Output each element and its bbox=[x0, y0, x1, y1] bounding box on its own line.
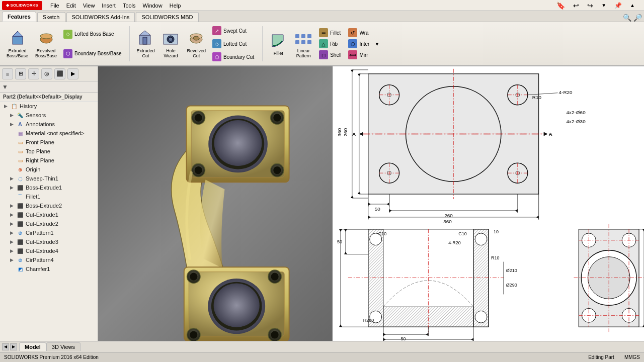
tool-btn-grid[interactable]: ⊞ bbox=[15, 68, 26, 79]
tree-item-cirpattern4[interactable]: ▶ ⊚ CirPattern4 bbox=[0, 255, 98, 264]
svg-text:50: 50 bbox=[401, 336, 406, 341]
tool-btn-color[interactable]: ⬛ bbox=[54, 68, 65, 79]
tab-features[interactable]: Features bbox=[2, 12, 36, 22]
btn-shell[interactable]: ◻ Shell bbox=[317, 50, 343, 60]
btn-lofted-boss[interactable]: ◇ Lofted Boss Base bbox=[61, 29, 123, 39]
btn-boundary-boss-label: Boundary Boss/Base bbox=[74, 51, 121, 56]
btn-hole-wizard[interactable]: HoleWizard bbox=[159, 28, 182, 60]
tree-item-fillet1[interactable]: ▶ ⌒ Fillet1 bbox=[0, 192, 98, 201]
btn-revolved-cut-label: RevolvedCut bbox=[187, 48, 206, 58]
label-cut-extrude1: Cut-Extrude1 bbox=[26, 212, 58, 218]
toolbar-icon3[interactable]: ↪ bbox=[584, 1, 596, 11]
expand-cut3[interactable]: ▶ bbox=[10, 239, 16, 244]
btn-hole-wizard-label: HoleWizard bbox=[164, 48, 178, 58]
svg-text:10: 10 bbox=[494, 229, 499, 234]
scroll-right-btn[interactable]: ▶ bbox=[10, 343, 17, 350]
label-right-plane: Right Plane bbox=[26, 157, 54, 163]
tree-item-cirpattern1[interactable]: ▶ ⊚ CirPattern1 bbox=[0, 228, 98, 237]
btn-draft[interactable]: △ Rib bbox=[317, 39, 343, 49]
btn-revolved-cut[interactable]: RevolvedCut bbox=[184, 28, 208, 60]
toolbar-icon1[interactable]: 🔖 bbox=[553, 1, 568, 11]
btn-fillet[interactable]: Fillet bbox=[267, 30, 290, 57]
btn-extruded-cut[interactable]: ExtrudedCut bbox=[134, 28, 157, 60]
scroll-left-btn[interactable]: ◀ bbox=[2, 343, 9, 350]
expand-boss1[interactable]: ▶ bbox=[10, 185, 16, 190]
search-icon[interactable]: 🔍 bbox=[623, 14, 631, 22]
menu-help[interactable]: Help bbox=[167, 2, 184, 10]
tree-item-cut-extrude3[interactable]: ▶ ⬛ Cut-Extrude3 bbox=[0, 237, 98, 246]
expand-annotations[interactable]: ▶ bbox=[10, 122, 16, 127]
tool-btn-tree[interactable]: ≡ bbox=[2, 68, 13, 79]
btn-wrap[interactable]: ↺ Wra bbox=[346, 28, 371, 38]
menu-tools[interactable]: Tools bbox=[120, 2, 139, 10]
search-icon2[interactable]: 🔎 bbox=[633, 14, 642, 22]
expand-cut1[interactable]: ▶ bbox=[10, 212, 16, 217]
menu-view[interactable]: View bbox=[80, 2, 98, 10]
menu-window[interactable]: Window bbox=[140, 2, 166, 10]
expand-history[interactable]: ▶ bbox=[4, 104, 10, 109]
btn-linear-pattern[interactable]: LinearPattern bbox=[292, 28, 315, 60]
expand-cir4[interactable]: ▶ bbox=[10, 257, 16, 262]
btn-extruded-boss[interactable]: ExtrudedBoss/Base bbox=[4, 28, 31, 60]
tree-item-boss-extrude1[interactable]: ▶ ⬛ Boss-Extrude1 bbox=[0, 183, 98, 192]
menu-edit[interactable]: Edit bbox=[63, 2, 79, 10]
svg-marker-74 bbox=[358, 74, 361, 76]
tree-item-right-plane[interactable]: ▶ ▭ Right Plane bbox=[0, 156, 98, 165]
tool-btn-play[interactable]: ▶ bbox=[67, 68, 78, 79]
tree-item-origin[interactable]: ▶ ⊕ Origin bbox=[0, 165, 98, 174]
btn-lofted-cut[interactable]: ◇ Lofted Cut bbox=[210, 39, 256, 49]
tab-mbd[interactable]: SOLIDWORKS MBD bbox=[136, 12, 198, 22]
expand-boss2[interactable]: ▶ bbox=[10, 203, 16, 208]
btn-boundary-cut[interactable]: ⬡ Boundary Cut bbox=[210, 52, 256, 62]
tree-item-cut-extrude4[interactable]: ▶ ⬛ Cut-Extrude4 bbox=[0, 246, 98, 255]
viewport[interactable] bbox=[98, 66, 332, 341]
tree-item-cut-extrude2[interactable]: ▶ ⬛ Cut-Extrude2 bbox=[0, 219, 98, 228]
svg-point-23 bbox=[214, 120, 262, 166]
btn-mirror[interactable]: ⟺ Mirr bbox=[346, 50, 371, 60]
expand-icon[interactable]: ▲ bbox=[627, 2, 638, 9]
expand-cut4[interactable]: ▶ bbox=[10, 248, 16, 253]
svg-marker-69 bbox=[359, 132, 363, 136]
tool-btn-add[interactable]: ✛ bbox=[28, 68, 39, 79]
tree-item-boss-extrude2[interactable]: ▶ ⬛ Boss-Extrude2 bbox=[0, 201, 98, 210]
tab-addins[interactable]: SOLIDWORKS Add-Ins bbox=[66, 12, 135, 22]
toolbar-icon2[interactable]: ↩ bbox=[570, 1, 582, 11]
expand-sensors[interactable]: ▶ bbox=[10, 113, 16, 118]
tree-item-annotations[interactable]: ▶ A Annotations bbox=[0, 120, 98, 129]
btn-boundary-boss[interactable]: ⬡ Boundary Boss/Base bbox=[61, 49, 123, 59]
expand-cir1[interactable]: ▶ bbox=[10, 230, 16, 235]
expand-sweep[interactable]: ▶ bbox=[10, 176, 16, 181]
tree-item-top-plane[interactable]: ▶ ▭ Top Plane bbox=[0, 147, 98, 156]
btn-revolved-boss[interactable]: RevolvedBoss/Base bbox=[33, 28, 59, 60]
pin-icon[interactable]: 📌 bbox=[611, 1, 625, 10]
svg-marker-130 bbox=[339, 229, 342, 232]
tree-item-cut-extrude1[interactable]: ▶ ⬛ Cut-Extrude1 bbox=[0, 210, 98, 219]
label-cut-extrude3: Cut-Extrude3 bbox=[26, 239, 58, 245]
icon-annotations: A bbox=[16, 120, 24, 128]
label-sweep-thin1: Sweep-Thin1 bbox=[26, 175, 58, 182]
btn-swept-cut[interactable]: ↗ Swept Cut bbox=[210, 26, 256, 36]
tree-item-material[interactable]: ▶ ▦ Material <not specified> bbox=[0, 129, 98, 138]
tool-btn-target[interactable]: ◎ bbox=[41, 68, 52, 79]
toolbar-icon4[interactable]: ▼ bbox=[598, 2, 609, 9]
menu-file[interactable]: File bbox=[47, 2, 62, 10]
tree-item-chamfer1[interactable]: ▶ ◩ Chamfer1 bbox=[0, 264, 98, 274]
svg-text:Ø290: Ø290 bbox=[506, 283, 517, 288]
btn-revolved-boss-label: RevolvedBoss/Base bbox=[35, 48, 57, 58]
dropdown-arrow[interactable]: ▼ bbox=[374, 41, 379, 47]
tree-item-history[interactable]: ▶ 📋 History bbox=[0, 102, 98, 111]
tab-3d-views[interactable]: 3D Views bbox=[46, 342, 80, 351]
tab-sketch[interactable]: Sketch bbox=[37, 12, 65, 22]
svg-text:260: 260 bbox=[343, 128, 348, 136]
svg-text:360: 360 bbox=[443, 219, 452, 224]
menu-insert[interactable]: Insert bbox=[99, 2, 119, 10]
svg-text:R10: R10 bbox=[532, 95, 542, 100]
tree-item-sweep-thin1[interactable]: ▶ ◌ Sweep-Thin1 bbox=[0, 174, 98, 183]
svg-marker-87 bbox=[368, 203, 371, 206]
expand-cut2[interactable]: ▶ bbox=[10, 221, 16, 226]
tab-model[interactable]: Model bbox=[19, 342, 46, 351]
tree-item-sensors[interactable]: ▶ 🔦 Sensors bbox=[0, 111, 98, 120]
btn-inter[interactable]: ⬡ Inter bbox=[346, 39, 371, 49]
tree-item-front-plane[interactable]: ▶ ▭ Front Plane bbox=[0, 138, 98, 147]
btn-rib[interactable]: ═ Fillet bbox=[317, 28, 343, 38]
